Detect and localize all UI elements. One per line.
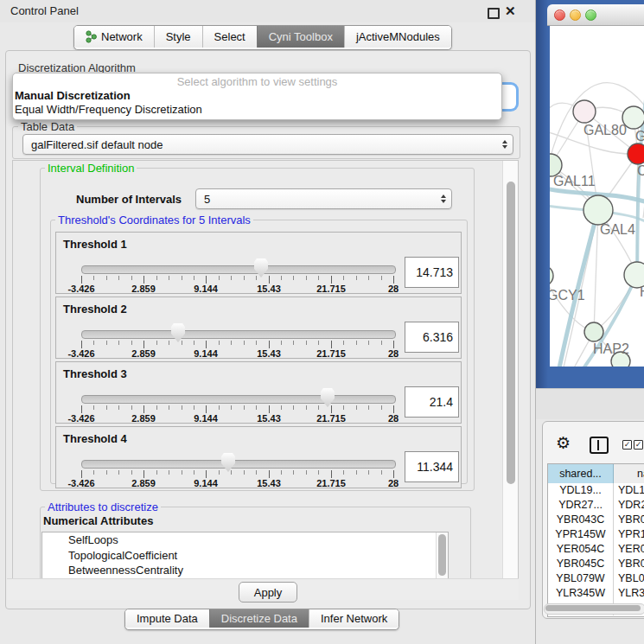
threshold-value-field[interactable]: 21.4 [405, 386, 459, 418]
columns-icon[interactable] [590, 437, 609, 454]
table-row[interactable]: YBL079WYBL0 [548, 571, 644, 586]
threshold-value-field[interactable]: 14.713 [405, 257, 459, 288]
settings-scrollbar[interactable] [502, 161, 519, 579]
node-label-hap2: HAP2 [593, 341, 629, 357]
tick-label: -3.426 [54, 413, 109, 424]
threshold-row: Threshold 3 -3.426 2.859 9.144 15.43 21.… [55, 361, 462, 424]
table-row[interactable]: YDR27...YDR2 [548, 498, 644, 513]
list-item[interactable]: TopologicalCoefficient [42, 548, 448, 564]
panel-title: Control Panel [10, 0, 79, 22]
bottom-tab-bar: Impute Data Discretize Data Infer Networ… [124, 609, 399, 630]
top-tab-bar: Network Style Select Cyni Toolbox jActiv… [73, 25, 452, 50]
gear-icon[interactable]: ⚙ [556, 433, 571, 452]
threshold-slider-track[interactable] [81, 265, 396, 274]
network-node[interactable] [584, 322, 603, 341]
tab-discretize-data[interactable]: Discretize Data [209, 609, 309, 628]
dropdown-option-equal-width[interactable]: Equal Width/Frequency Discretization [15, 103, 499, 117]
scrollbar-thumb[interactable] [507, 182, 515, 484]
tick-label: -3.426 [54, 478, 109, 488]
dropdown-option-manual[interactable]: Manual Discretization [15, 89, 499, 103]
tick-label: 15.43 [241, 413, 296, 424]
network-view-frame: GAL80 GA C GAL11 GAL4 GCY1 H HAP2 [536, 0, 644, 388]
threshold-slider-thumb[interactable] [321, 388, 335, 407]
table-data-selected-value: galFiltered.sif default node [31, 138, 163, 151]
close-icon[interactable]: ✕ [505, 3, 516, 19]
tick-label: -3.426 [54, 284, 109, 294]
number-of-intervals-label: Number of Intervals [76, 193, 182, 206]
slider-major-ticks [81, 276, 394, 284]
table-row[interactable]: YBR045CYBR0 [548, 557, 644, 571]
node-table: shared... na YDL19...YDL1 YDR27...YDR2 Y… [547, 463, 644, 617]
tick-label: 2.859 [116, 348, 171, 359]
tick-label: -3.426 [54, 348, 109, 359]
tick-label: 21.715 [303, 478, 359, 488]
numerical-attributes-label: Numerical Attributes [43, 514, 153, 527]
combo-spinner-icon [441, 194, 446, 203]
tick-label: 2.859 [116, 284, 171, 294]
tab-network[interactable]: Network [74, 26, 154, 48]
table-horizontal-scrollbar[interactable] [544, 603, 644, 615]
tick-label: 9.144 [178, 284, 233, 294]
scrollbar-thumb[interactable] [545, 605, 641, 611]
threshold-slider-track[interactable] [81, 460, 396, 469]
tab-select[interactable]: Select [202, 26, 257, 48]
tick-label: 15.43 [241, 478, 296, 488]
threshold-label: Threshold 4 [63, 432, 127, 445]
checkbox-icon[interactable]: ✓ [634, 440, 643, 450]
threshold-value-field[interactable]: 6.316 [405, 322, 459, 353]
tab-label: Select [214, 30, 245, 43]
network-node-selected[interactable] [628, 143, 644, 164]
column-header-name[interactable]: na [614, 464, 644, 483]
table-row[interactable]: YDL19...YDL1 [548, 483, 644, 498]
list-item[interactable]: SelfLoops [42, 532, 448, 548]
table-row[interactable]: YER054CYER0 [548, 542, 644, 557]
table-panel: ⚙ ✓ ✓ shared... na YDL19...YDL1 YDR27...… [542, 421, 644, 619]
threshold-slider-thumb[interactable] [171, 323, 185, 342]
table-row[interactable]: YBR043CYBR0 [548, 513, 644, 527]
network-node[interactable] [583, 195, 613, 225]
tab-infer-network[interactable]: Infer Network [309, 609, 399, 628]
list-scrollbar[interactable] [436, 532, 448, 579]
tab-style[interactable]: Style [154, 26, 202, 48]
tick-label: 21.715 [303, 348, 359, 359]
apply-button[interactable]: Apply [239, 582, 297, 603]
threshold-slider-track[interactable] [81, 395, 396, 404]
network-node[interactable] [573, 100, 596, 123]
threshold-slider-track[interactable] [81, 330, 396, 339]
tick-label: 21.715 [303, 413, 359, 424]
tab-label: Cyni Toolbox [269, 30, 333, 43]
tick-label: 2.859 [116, 413, 171, 424]
float-window-icon[interactable] [488, 8, 500, 19]
number-of-intervals-combobox[interactable]: 5 [195, 188, 452, 209]
minimize-traffic-light[interactable] [570, 10, 581, 21]
table-row[interactable]: YLR345WYLR3 [548, 586, 644, 601]
checkbox-icon[interactable]: ✓ [622, 440, 632, 450]
threshold-value-field[interactable]: 11.344 [405, 451, 459, 482]
dropdown-prompt: Select algorithm to view settings [13, 75, 501, 88]
network-node[interactable] [550, 265, 553, 286]
tab-impute-data[interactable]: Impute Data [125, 609, 209, 628]
node-label-clipped: H [640, 284, 644, 300]
list-item[interactable]: BetweennessCentrality [42, 563, 448, 578]
tab-cyni-toolbox[interactable]: Cyni Toolbox [257, 26, 344, 48]
network-canvas[interactable]: GAL80 GA C GAL11 GAL4 GCY1 H HAP2 [550, 26, 644, 367]
combo-spinner-icon [502, 140, 507, 149]
zoom-traffic-light[interactable] [585, 10, 596, 21]
threshold-slider-thumb[interactable] [221, 453, 235, 472]
control-panel: Control Panel ✕ Network Style Select Cyn… [0, 0, 536, 644]
column-header-shared[interactable]: shared... [548, 464, 614, 483]
tab-jactivemnodules[interactable]: jActiveMNodules [344, 26, 451, 48]
table-row[interactable]: YPR145WYPR1 [548, 527, 644, 542]
tick-label: 15.43 [241, 348, 296, 359]
tick-label: 2.859 [116, 478, 171, 488]
threshold-slider-thumb[interactable] [254, 258, 268, 277]
table-data-combobox[interactable]: galFiltered.sif default node [22, 134, 513, 155]
table-panel-strip: Table Panel [536, 388, 644, 419]
table-data-group-label: Table Data [18, 120, 77, 133]
number-of-intervals-value: 5 [204, 193, 210, 206]
tick-label: 9.144 [178, 348, 233, 359]
tab-label: Discretize Data [221, 612, 297, 625]
close-traffic-light[interactable] [554, 10, 565, 21]
threshold-label: Threshold 2 [63, 303, 127, 316]
tick-label: 9.144 [178, 478, 233, 488]
